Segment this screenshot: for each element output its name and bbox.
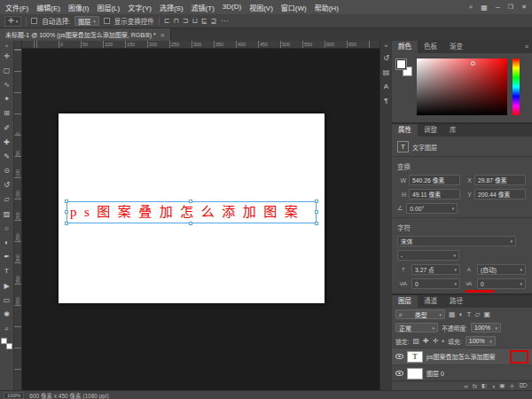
- transform-handle[interactable]: [189, 200, 192, 203]
- show-transform-checkbox[interactable]: [104, 18, 110, 24]
- swatches-icon[interactable]: ▤: [383, 68, 390, 76]
- horizontal-ruler[interactable]: 050100150200250300350400450500550600650: [22, 41, 379, 49]
- tab-swatches[interactable]: 色板: [418, 41, 443, 53]
- menu-image[interactable]: 图像(I): [68, 3, 90, 12]
- expand-panels-icon[interactable]: «: [385, 43, 387, 48]
- move-tool[interactable]: ✛: [0, 49, 14, 63]
- dodge-tool[interactable]: ◐: [0, 235, 14, 249]
- menu-help[interactable]: 帮助(H): [315, 3, 339, 12]
- history-icon[interactable]: ↺: [383, 54, 389, 62]
- ruler-origin[interactable]: [14, 41, 22, 49]
- font-size-field[interactable]: 3.27 点 ▾: [411, 264, 460, 275]
- tab-channels[interactable]: 通道: [418, 295, 443, 308]
- maximize-button[interactable]: ❐: [508, 4, 513, 11]
- menu-window[interactable]: 窗口(W): [281, 3, 307, 12]
- opacity-dropdown[interactable]: 100%▾: [471, 323, 501, 332]
- foreground-color-swatch[interactable]: [1, 338, 7, 344]
- workspace-switcher-icon[interactable]: ▦: [481, 4, 488, 12]
- clone-stamp-tool[interactable]: ⊙: [0, 164, 14, 178]
- transform-section-header[interactable]: 变换: [397, 161, 527, 171]
- width-field[interactable]: 540.26 像素: [409, 175, 460, 185]
- search-icon[interactable]: ⌕: [469, 3, 473, 12]
- transform-handle[interactable]: [189, 222, 192, 225]
- kerning-field[interactable]: 0 ▾: [411, 278, 460, 289]
- foreground-color-swatch[interactable]: [396, 59, 406, 69]
- visibility-eye-icon[interactable]: [395, 354, 403, 359]
- transform-handle[interactable]: [65, 200, 68, 203]
- more-options-icon[interactable]: ⋯: [221, 17, 228, 25]
- auto-select-checkbox[interactable]: [31, 18, 37, 24]
- history-brush-tool[interactable]: ↺: [0, 178, 14, 192]
- adjustment-layer-icon[interactable]: ◑: [491, 383, 495, 389]
- tracking-field[interactable]: 0 ▾: [477, 278, 526, 289]
- menu-file[interactable]: 文件(F): [5, 3, 28, 12]
- layer-effects-icon[interactable]: fx: [473, 383, 477, 389]
- align-bottom-icon[interactable]: ⊒: [210, 17, 216, 25]
- marquee-tool[interactable]: ▢: [0, 63, 14, 77]
- menu-filter[interactable]: 滤镜(T): [192, 3, 215, 12]
- filter-pixel-layers-icon[interactable]: ▦: [449, 310, 456, 318]
- font-family-dropdown[interactable]: 宋体 ▾: [397, 236, 516, 246]
- delete-layer-icon[interactable]: ⌦: [520, 382, 528, 389]
- menu-layer[interactable]: 图层(L): [97, 3, 120, 12]
- panel-menu-icon[interactable]: ≡: [525, 41, 532, 53]
- lock-transparency-icon[interactable]: ▨: [412, 337, 419, 345]
- layer-group-icon[interactable]: ▣: [499, 382, 505, 389]
- transform-handle[interactable]: [65, 222, 68, 225]
- quick-selection-tool[interactable]: ✦: [0, 92, 14, 106]
- new-layer-icon[interactable]: ＋: [509, 381, 515, 390]
- hue-slider[interactable]: [512, 59, 520, 115]
- layer-thumbnail[interactable]: T: [407, 351, 423, 363]
- shape-tool[interactable]: ▭: [0, 293, 14, 307]
- character-panel-icon[interactable]: A: [384, 82, 388, 90]
- path-selection-tool[interactable]: ▶: [0, 278, 14, 293]
- transform-handle[interactable]: [315, 210, 318, 214]
- paragraph-panel-icon[interactable]: ¶: [384, 97, 387, 105]
- text-layer-bounding-box[interactable]: ps图案叠加怎么添加图案: [66, 201, 317, 223]
- lock-all-icon[interactable]: ▪: [442, 337, 444, 345]
- canvas-text[interactable]: ps图案叠加怎么添加图案: [70, 203, 305, 222]
- x-field[interactable]: 29.87 像素: [474, 175, 526, 185]
- layer-thumbnail[interactable]: [407, 368, 423, 379]
- tab-color[interactable]: 颜色: [392, 41, 418, 53]
- tab-libraries[interactable]: 库: [443, 124, 463, 137]
- menu-view[interactable]: 视图(V): [249, 3, 273, 12]
- align-center-h-icon[interactable]: ⊓: [174, 17, 179, 25]
- pen-tool[interactable]: ✒: [0, 250, 14, 264]
- eyedropper-tool[interactable]: ✐: [0, 121, 14, 135]
- tab-paths[interactable]: 路径: [443, 295, 469, 308]
- lasso-tool[interactable]: ∿: [0, 77, 14, 91]
- layer-filter-dropdown[interactable]: ⌕ 类型 ▾: [395, 309, 445, 319]
- document-tab[interactable]: 未标题-1 @ 100% (ps图案叠加怎么添加图案, RGB/8) * ✕: [0, 28, 171, 41]
- menu-type[interactable]: 文字(Y): [128, 3, 152, 12]
- filter-adjustment-layers-icon[interactable]: ◐: [459, 310, 464, 318]
- close-tab-icon[interactable]: ✕: [160, 32, 165, 38]
- type-tool[interactable]: T: [0, 264, 14, 278]
- document-canvas[interactable]: ps图案叠加怎么添加图案: [59, 113, 325, 303]
- menu-select[interactable]: 选择(S): [160, 3, 184, 12]
- saturation-brightness-picker[interactable]: [417, 59, 507, 115]
- character-section-header[interactable]: 字符: [397, 223, 527, 232]
- zoom-tool[interactable]: ⌕: [0, 322, 14, 336]
- blur-tool[interactable]: ○: [0, 221, 14, 235]
- collapse-toolbar-icon[interactable]: »: [5, 42, 8, 49]
- healing-brush-tool[interactable]: ✚: [0, 135, 14, 149]
- color-picker-cursor[interactable]: [471, 61, 475, 66]
- zoom-level-field[interactable]: 100%: [4, 392, 24, 399]
- hand-tool[interactable]: ✱: [0, 307, 14, 321]
- foreground-background-swatches[interactable]: [1, 338, 12, 349]
- align-middle-icon[interactable]: ⊑: [201, 17, 207, 25]
- menu-3d[interactable]: 3D(D): [223, 3, 241, 12]
- transform-handle[interactable]: [315, 222, 318, 225]
- y-field[interactable]: 200.44 像素: [474, 189, 526, 200]
- fill-dropdown[interactable]: 100%▾: [466, 336, 496, 346]
- minimize-button[interactable]: ─: [496, 4, 500, 11]
- link-layers-icon[interactable]: ∞: [464, 383, 468, 389]
- background-color-swatch[interactable]: [6, 343, 12, 349]
- layer-name[interactable]: 图层 0: [426, 369, 528, 378]
- tab-gradients[interactable]: 渐变: [443, 41, 469, 53]
- auto-select-target-dropdown[interactable]: 图层▾: [74, 16, 99, 26]
- font-style-dropdown[interactable]: - ▾: [397, 250, 459, 261]
- rotation-field[interactable]: 0.00° ▾: [406, 203, 458, 214]
- canvas-workspace[interactable]: 050100150200250300350400450500550600650 …: [14, 41, 379, 390]
